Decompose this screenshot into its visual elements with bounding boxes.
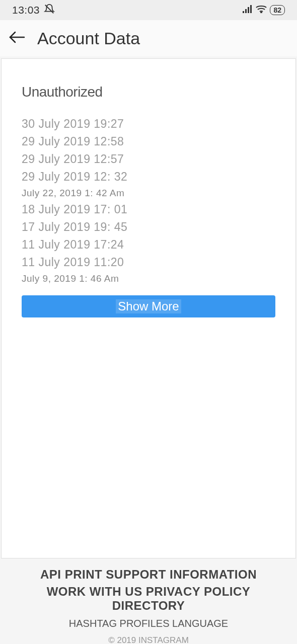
status-right: 82 <box>243 5 285 16</box>
status-left: 13:03 <box>12 4 55 17</box>
footer-copyright: © 2019 INSTAGRAM <box>10 635 287 644</box>
content-card: Unauthorized 30 July 2019 19:2729 July 2… <box>1 58 296 558</box>
date-list: 30 July 2019 19:2729 July 2019 12:5829 J… <box>22 117 275 284</box>
footer: API PRINT SUPPORT INFORMATION WORK WITH … <box>0 560 297 644</box>
date-item: July 9, 2019 1: 46 Am <box>22 273 275 284</box>
wifi-icon <box>256 5 267 16</box>
mute-icon <box>44 4 55 17</box>
date-item: 18 July 2019 17: 01 <box>22 203 275 216</box>
footer-links-row-1[interactable]: API PRINT SUPPORT INFORMATION <box>10 568 287 582</box>
footer-links-row-3[interactable]: HASHTAG PROFILES LANGUAGE <box>10 618 287 629</box>
page-title: Account Data <box>37 29 140 48</box>
status-time: 13:03 <box>12 4 40 16</box>
date-item: 29 July 2019 12: 32 <box>22 170 275 184</box>
date-item: July 22, 2019 1: 42 Am <box>22 188 275 199</box>
back-arrow-icon[interactable] <box>9 30 25 47</box>
date-item: 29 July 2019 12:58 <box>22 135 275 148</box>
date-item: 17 July 2019 19: 45 <box>22 220 275 234</box>
battery-icon: 82 <box>270 5 285 15</box>
svg-rect-1 <box>243 11 244 13</box>
show-more-button[interactable]: Show More <box>22 295 275 317</box>
footer-links-row-2[interactable]: WORK WITH US PRIVACY POLICY DIRECTORY <box>10 585 287 613</box>
svg-point-5 <box>261 12 262 13</box>
show-more-label: Show More <box>116 299 181 313</box>
svg-rect-4 <box>250 5 252 13</box>
svg-rect-3 <box>248 7 249 13</box>
date-item: 11 July 2019 11:20 <box>22 256 275 269</box>
header: Account Data <box>0 20 297 56</box>
date-item: 11 July 2019 17:24 <box>22 238 275 252</box>
section-title: Unauthorized <box>22 84 275 100</box>
status-bar: 13:03 82 <box>0 0 297 20</box>
date-item: 29 July 2019 12:57 <box>22 152 275 166</box>
date-item: 30 July 2019 19:27 <box>22 117 275 131</box>
signal-icon <box>243 5 253 16</box>
svg-rect-2 <box>245 9 247 13</box>
